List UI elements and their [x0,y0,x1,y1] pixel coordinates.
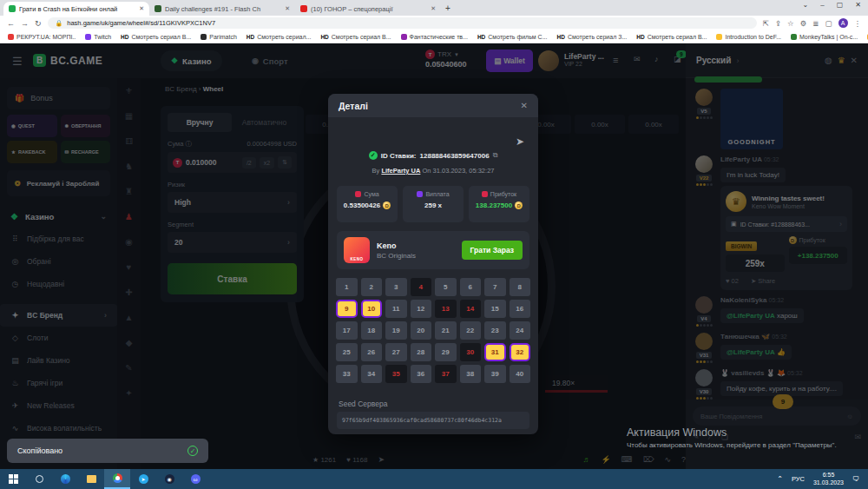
trophy-icon[interactable]: ♛ [838,56,845,65]
keno-cell[interactable]: 11 [385,300,407,318]
avatar[interactable] [695,333,713,350]
new-tab-button[interactable]: + [441,2,455,16]
chat-gif[interactable]: GOODNIGHT [720,89,783,149]
bet-button[interactable]: Ставка [168,263,297,294]
sidebar-casino-header[interactable]: ❖ Казино ⌄ [0,205,117,228]
close-icon[interactable]: ✕ [855,1,861,9]
avatar[interactable] [695,296,713,314]
keno-cell[interactable]: 13 [435,300,457,318]
chat-input[interactable]: Ваше Повідомлення ☺ [693,406,861,426]
share-button[interactable]: ➤ Share [751,277,775,285]
keno-cell[interactable]: 15 [484,300,506,318]
tabsearch-icon[interactable]: ⌄ [803,1,809,9]
hamburger-icon[interactable]: ☰ [12,55,23,68]
clear-icon[interactable]: ⌦ [643,455,654,464]
tab-close-icon[interactable]: ✕ [431,5,436,12]
mail-icon[interactable]: ✉ [634,55,641,63]
chat-username[interactable]: LifeParty UA 05:32 [720,155,861,163]
sidebar-item-bc-бренд[interactable]: ✦BC Бренд› [0,304,117,327]
segment-select[interactable]: 20 › [168,232,297,253]
game-category-icon[interactable]: ▦ [125,112,133,121]
server-seed-value[interactable]: 97f65b9df403865936caf0cad58680737c80f46d… [337,412,529,429]
keno-cell[interactable]: 4 [411,278,432,296]
keno-cell[interactable]: 34 [361,365,383,383]
tab-manual[interactable]: Вручну [168,113,232,132]
keno-cell[interactable]: 16 [510,300,531,318]
keno-cell[interactable]: 28 [411,343,432,361]
keno-cell[interactable]: 25 [336,343,358,361]
bell-icon[interactable]: ♪ [654,55,659,63]
win-share-card[interactable]: ♛ Winning tastes sweet! Keno Wow Moment … [720,186,852,290]
chat-close-icon[interactable]: ✕ [851,56,858,65]
balance-display[interactable]: T TRX ▼ 0.05040600 [425,50,467,69]
sidebar-item-лайв-казино[interactable]: ▤Лайв Казино [0,349,117,372]
share-icon[interactable]: ➤ [516,135,524,148]
keno-cell[interactable]: 33 [336,365,358,383]
hotkeys-icon[interactable]: ⌨ [621,455,633,464]
bookmark-item[interactable]: HDСмотреть сериал В... [121,34,191,40]
keno-cell[interactable]: 35 [385,365,407,383]
language-indicator[interactable]: РУС [792,475,805,483]
keno-cell[interactable]: 6 [460,278,482,296]
send-icon[interactable]: ✉ [854,433,861,441]
sidebar-item-new-releases[interactable]: ✈New Releases [0,394,117,417]
browser-tab[interactable]: (10) ГОНОР – спецоперації✕ [295,2,441,16]
sidebar-item-підбірка-для-вас[interactable]: ⠿Підбірка для вас [0,228,117,250]
keno-cell[interactable]: 36 [411,365,432,383]
chat-toggle-icon[interactable]: ◪ 9 [674,55,681,63]
game-category-icon[interactable]: ♜ [125,188,133,196]
tab-close-icon[interactable]: ✕ [285,5,290,12]
copy-icon[interactable]: ⧉ [493,151,498,160]
keno-cell[interactable]: 5 [435,278,457,296]
game-category-icon[interactable]: ✎ [125,364,132,373]
sidebar-item-нещодавні[interactable]: ◷Нещодавні [0,273,117,295]
send-to-device-icon[interactable]: ⇪ [775,19,781,28]
avatar[interactable] [695,89,713,106]
keno-cell[interactable]: 30 [460,343,482,361]
rules-icon[interactable]: ◍ [825,56,832,65]
bookmark-item[interactable]: Parimatch [201,34,237,40]
keno-cell[interactable]: 9 [336,300,358,318]
minimize-icon[interactable]: – [820,1,824,9]
sidebar-item-слоти[interactable]: ◇Слоти [0,327,117,349]
stats-icon[interactable]: ∿ [664,455,671,464]
bet-author-link[interactable]: LifeParty UA [381,167,420,175]
keno-cell[interactable]: 7 [484,278,506,296]
keno-cell[interactable]: 38 [460,365,482,383]
double-button[interactable]: x2 [260,157,274,169]
discord-icon[interactable]: ω [182,469,208,489]
bookmark-star-icon[interactable]: ☆ [787,19,794,28]
extensions-icon[interactable]: ⚙ [800,19,807,28]
game-category-icon[interactable]: ⚜ [125,87,133,96]
keno-cell[interactable]: 19 [385,321,407,340]
game-category-icon[interactable]: ♥ [127,263,132,272]
user-avatar[interactable] [538,50,559,71]
game-category-icon[interactable]: ▲ [125,314,134,322]
keno-cell[interactable]: 12 [411,300,432,318]
keno-cell[interactable]: 32 [510,343,531,361]
turbo-icon[interactable]: ⚡ [601,455,610,464]
browser-tab[interactable]: Грати в Crash на Біткойни онлай✕ [3,2,149,16]
chat-username[interactable]: NaKoleniSyka 05:32 [720,296,861,304]
start-button[interactable] [0,469,26,489]
sidebar-item-refer[interactable]: ❂ Рекламуй і Заробляй [7,170,110,196]
sidebar-item-гарячі-ігри[interactable]: ♨Гарячі ігри [0,372,117,394]
breadcrumb-parent[interactable]: BC Бренд [165,85,197,93]
keno-cell[interactable]: 27 [385,343,407,361]
browser-tab[interactable]: Daily challenges #191 - Flash Ch✕ [149,2,295,16]
keno-cell[interactable]: 8 [510,278,531,296]
game-category-icon[interactable]: ♟ [125,213,133,221]
keno-cell[interactable]: 1 [336,278,358,296]
keno-cell[interactable]: 3 [385,278,407,296]
wallet-button[interactable]: ▤ Wallet [486,50,533,72]
profile-avatar[interactable]: A [838,18,848,28]
bookmark-item[interactable]: MonkeyTalks | On-c... [791,34,858,40]
site-logo[interactable]: B BC.GAME [33,54,102,67]
keno-cell[interactable]: 10 [361,300,383,318]
keno-cell[interactable]: 20 [411,321,432,340]
bookmark-item[interactable]: Introduction to DeF... [716,34,781,40]
keno-cell[interactable]: 14 [460,300,482,318]
avatar[interactable] [695,369,713,387]
game-category-icon[interactable]: ⚅ [125,137,133,146]
keno-cell[interactable]: 17 [336,321,358,340]
